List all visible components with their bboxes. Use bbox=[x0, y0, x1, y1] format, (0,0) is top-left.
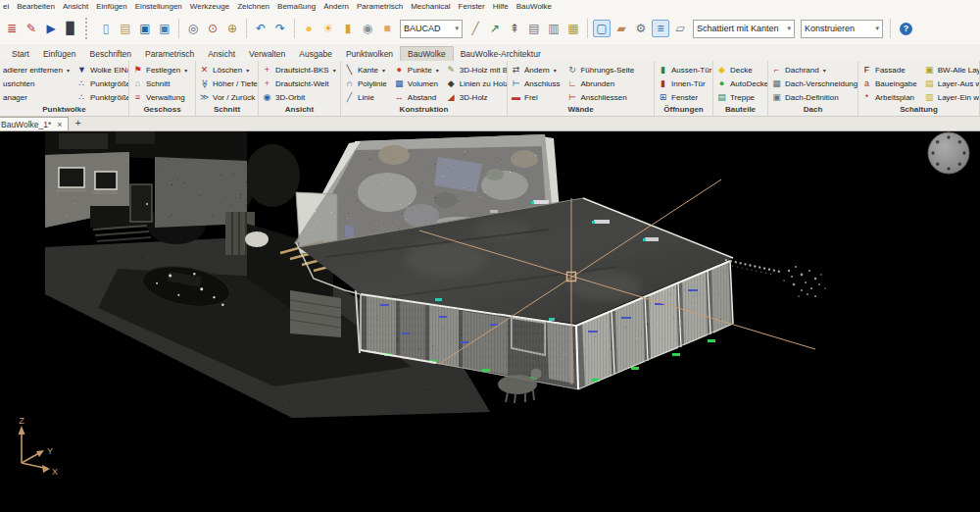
markup-red-icon[interactable]: ✎ bbox=[23, 20, 40, 37]
ribbon-button-innen-tür[interactable]: ▮Innen-Tür bbox=[658, 77, 713, 90]
sun-icon[interactable]: ☀ bbox=[319, 20, 337, 37]
markup-pointer-icon[interactable]: ▶ bbox=[42, 20, 60, 37]
ribbon-button-fenster[interactable]: ⊞Fenster bbox=[658, 91, 713, 104]
save-icon[interactable]: ▣ bbox=[136, 20, 154, 37]
viewport-canvas[interactable]: Z Y X bbox=[0, 131, 980, 512]
ribbon-button-vor-zurück[interactable]: ≫Vor / Zurück bbox=[199, 91, 259, 104]
menu-item-parametrisch[interactable]: Parametrisch bbox=[357, 2, 403, 11]
toolbar-drag-handle[interactable] bbox=[85, 18, 91, 39]
close-tab-icon[interactable]: × bbox=[57, 120, 62, 129]
structure-icon[interactable]: ⇞ bbox=[506, 20, 523, 37]
help-icon[interactable]: ? bbox=[900, 23, 912, 35]
workspace-combo[interactable]: Konstruieren▾ bbox=[801, 20, 883, 38]
ribbon-button-baueingabe[interactable]: aBaueingabe bbox=[861, 77, 917, 90]
layer-freeze-icon[interactable]: ▤ bbox=[525, 20, 543, 37]
ribbon-button-layer-ein-wie[interactable]: ▥Layer-Ein wie bbox=[924, 91, 980, 104]
properties-list-icon[interactable]: ≡ bbox=[652, 20, 669, 37]
ribbon-button-anschliessen[interactable]: ⊢Anschliessen bbox=[566, 91, 634, 104]
annotation-scale-icon[interactable]: ▱ bbox=[671, 20, 689, 37]
menu-item-bearbeiten[interactable]: Bearbeiten bbox=[17, 2, 55, 11]
ribbon-tab-bauwolke-architektur[interactable]: BauWolke-Architektur bbox=[454, 47, 548, 61]
ribbon-button-kante[interactable]: ╲Kante▾ bbox=[344, 64, 387, 77]
menu-item-ansicht[interactable]: Ansicht bbox=[63, 2, 88, 11]
document-tab-active[interactable]: BauWolke_1* × bbox=[0, 117, 69, 130]
menu-item-bemaßung[interactable]: Bemaßung bbox=[277, 2, 316, 11]
ribbon-button-abrunden[interactable]: ∟Abrunden bbox=[566, 77, 634, 90]
menu-item-zeichnen[interactable]: Zeichnen bbox=[237, 2, 270, 11]
menu-item-bauwolke[interactable]: BauWolke bbox=[516, 2, 552, 11]
ribbon-button-festlegen[interactable]: ⚑Festlegen▾ bbox=[132, 64, 187, 77]
navigation-wheel-icon[interactable]: ◉ bbox=[359, 20, 376, 37]
new-tab-button[interactable]: + bbox=[75, 119, 81, 130]
menu-item-ändern[interactable]: Ändern bbox=[323, 2, 349, 11]
ribbon-button-punkte[interactable]: ●Punkte▾ bbox=[394, 64, 439, 77]
menu-item-fenster[interactable]: Fenster bbox=[459, 2, 485, 11]
ribbon-button-führungs-seite[interactable]: ↻Führungs-Seite bbox=[566, 64, 634, 77]
ribbon-button-anager[interactable]: anager bbox=[3, 91, 70, 104]
match-properties-icon[interactable]: ↗ bbox=[486, 20, 504, 37]
bulb-icon[interactable]: ● bbox=[300, 20, 318, 37]
ribbon-button-höher-tiefer[interactable]: ≫Höher / Tiefer bbox=[199, 77, 259, 90]
ribbon-button-frei[interactable]: ▬Frei bbox=[511, 91, 560, 104]
eraser-icon[interactable]: ▰ bbox=[612, 20, 630, 37]
ribbon-button-3d-holz[interactable]: ◢3D-Holz bbox=[446, 91, 508, 104]
ribbon-button-schnitt[interactable]: ⌂Schnitt bbox=[132, 77, 187, 90]
ribbon-tab-beschriften[interactable]: Beschriften bbox=[83, 47, 139, 61]
ribbon-button-draufsicht-welt[interactable]: +Draufsicht-Welt bbox=[262, 77, 336, 90]
plot-icon[interactable]: ⊙ bbox=[204, 20, 221, 37]
ribbon-button-anschluss[interactable]: ⊢Anschluss bbox=[511, 77, 560, 90]
preview-icon[interactable]: ◎ bbox=[184, 20, 202, 37]
lock-icon[interactable]: ▮ bbox=[339, 20, 357, 37]
menu-item-mechanical[interactable]: Mechanical bbox=[411, 2, 450, 11]
clean-icon[interactable]: ╱ bbox=[466, 20, 484, 37]
viewport-icon[interactable]: ▢ bbox=[593, 20, 611, 37]
menu-item-einstellungen[interactable]: Einstellungen bbox=[135, 2, 182, 11]
undo-icon[interactable]: ↶ bbox=[252, 20, 270, 37]
layer-bulb-icon[interactable]: ▦ bbox=[564, 20, 582, 37]
ribbon-button-bw-alle-layer-e[interactable]: ▣BW-Alle Layer e bbox=[924, 64, 980, 77]
ribbon-button-adierer-entfernen[interactable]: adierer entfernen▾ bbox=[3, 64, 70, 77]
ribbon-tab-ansicht[interactable]: Ansicht bbox=[201, 47, 242, 61]
menu-item-hilfe[interactable]: Hilfe bbox=[493, 2, 509, 11]
ribbon-tab-start[interactable]: Start bbox=[5, 47, 36, 61]
profile-combo[interactable]: BAUCAD▾ bbox=[400, 20, 463, 38]
ribbon-button-dachrand[interactable]: ⌐Dachrand▾ bbox=[771, 64, 858, 77]
ribbon-button-dach-definition[interactable]: ▣Dach-Definition bbox=[771, 91, 858, 104]
ribbon-button-linie[interactable]: ╱Linie bbox=[344, 91, 387, 104]
ribbon-button-decke[interactable]: ◆Decke bbox=[716, 64, 768, 77]
ribbon-button-löschen[interactable]: ✕Löschen▾ bbox=[199, 64, 259, 77]
ribbon-tab-punktwolken[interactable]: Punktwolken bbox=[339, 47, 400, 61]
ribbon-button-punktgröße[interactable]: ∴Punktgröße - - bbox=[76, 77, 129, 90]
ribbon-button-treppe[interactable]: ▤Treppe bbox=[716, 91, 768, 104]
ribbon-button-polylinie[interactable]: ∩Polylinie bbox=[344, 77, 387, 90]
layer-select-icon[interactable]: ▥ bbox=[545, 20, 563, 37]
ribbon-button-punktgröße[interactable]: ∴Punktgröße + + bbox=[76, 91, 129, 104]
ribbon-button-verwaltung[interactable]: ≡Verwaltung bbox=[132, 91, 187, 104]
publish-icon[interactable]: ⊕ bbox=[223, 20, 241, 37]
new-file-icon[interactable]: ▯ bbox=[97, 20, 115, 37]
ribbon-button-3d-orbit[interactable]: ◉3D-Orbit bbox=[262, 91, 336, 104]
block-dark-icon[interactable]: ▉ bbox=[62, 20, 79, 37]
ribbon-button-aussen-tür[interactable]: ▮Aussen-Tür▾ bbox=[658, 64, 713, 77]
ribbon-button-abstand[interactable]: ↔Abstand bbox=[394, 91, 439, 104]
ribbon-tab-parametrisch[interactable]: Parametrisch bbox=[138, 47, 201, 61]
open-file-icon[interactable]: ▤ bbox=[117, 20, 134, 37]
menu-item-einfügen[interactable]: Einfügen bbox=[96, 2, 127, 11]
ribbon-button-fassade[interactable]: FFassade bbox=[861, 64, 917, 77]
visual-style-combo[interactable]: Schattiert mit Kanten▾ bbox=[693, 20, 795, 38]
view-compass[interactable] bbox=[928, 132, 969, 174]
color-swatch-icon[interactable]: ■ bbox=[378, 20, 396, 37]
ribbon-button-layer-aus-wie[interactable]: ▤Layer-Aus wie bbox=[924, 77, 980, 90]
ribbon-tab-ausgabe[interactable]: Ausgabe bbox=[292, 47, 339, 61]
ribbon-tab-verwalten[interactable]: Verwalten bbox=[242, 47, 292, 61]
color-bars-icon[interactable]: ≣ bbox=[3, 20, 21, 37]
ribbon-button-3d-holz-mit-bks[interactable]: ✎3D-Holz mit BKS▾ bbox=[446, 64, 508, 77]
redo-icon[interactable]: ↷ bbox=[271, 20, 289, 37]
ribbon-button-autodecke[interactable]: ●AutoDecke bbox=[716, 77, 768, 90]
ribbon-tab-einfügen[interactable]: Einfügen bbox=[36, 47, 83, 61]
ribbon-button-draufsicht-bks[interactable]: +Draufsicht-BKS▾ bbox=[262, 64, 336, 77]
ribbon-button-arbeitsplan[interactable]: *Arbeitsplan bbox=[861, 91, 917, 104]
ribbon-button-linien-zu-holz[interactable]: ◆Linien zu Holz bbox=[446, 77, 508, 90]
menu-item-ei[interactable]: ei bbox=[3, 2, 9, 11]
menu-item-werkzeuge[interactable]: Werkzeuge bbox=[190, 2, 229, 11]
